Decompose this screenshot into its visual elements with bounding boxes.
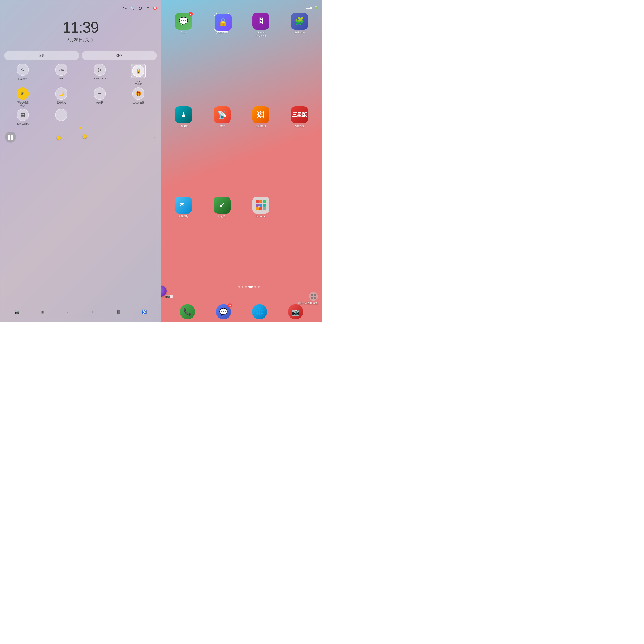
app-samsung-health[interactable]: ♟ 三星健康 [165,106,202,192]
scan-nav-icon[interactable]: ⊞ [39,308,46,316]
accessibility-nav-icon[interactable]: ♿ [140,308,148,316]
clock-time: 11:39 [4,19,157,36]
status-bar-right: ▂▄▆ 🔋 [165,4,318,13]
theme-icon: 🖼 [252,106,269,123]
new-msg-icon: ✉+ [175,197,192,214]
payment-icon: ✔ [214,197,231,214]
quick-share-label: 快速分享 [18,77,27,80]
camera-left-icon[interactable]: 📷 [165,294,170,299]
volume-dot [79,127,82,129]
power-icon[interactable]: ⏻ [138,6,143,11]
home-nav-icon[interactable]: ○ [89,308,97,316]
phone-icon: 📞 [180,304,195,319]
scan-left-icon[interactable]: ⊞ [170,294,173,299]
health-icon: ♟ [175,106,192,123]
smart-view-label: Smart View [94,77,106,80]
toggle-qr-code[interactable]: ▦ 扫描二维码 [4,109,41,125]
new-msg-label: 新建信息 [178,215,189,218]
apps-grid-button[interactable] [5,132,16,143]
weibo-icon: 📡 [214,106,231,123]
wechat-badge: ● [189,12,193,16]
right-panel: ▂▄▆ 🔋 💬 ● 微信 🔒 安全文件夹 🎛 SoundAssistant [161,0,322,322]
red-envelope-icon: 🎁 [132,87,144,100]
sound-assistant-label: SoundAssistant [256,31,266,37]
dock-messages[interactable]: 💬 24 [216,304,231,319]
search-icon[interactable]: 🔍 [130,6,135,11]
page-dot-5[interactable] [254,286,256,288]
page-dot-6[interactable] [258,286,260,288]
app-payment[interactable]: ✔ 收付款 [204,197,241,283]
eye-comfort-icon: ☀ [17,87,29,100]
toggle-secure-folder[interactable]: 🔒 安全文件夹 [120,64,157,86]
tab-device[interactable]: 设备 [4,51,79,60]
bottom-cam-row: 📷 ⊞ [165,291,318,302]
page-lines [223,287,235,287]
app-baidu-disk[interactable]: 三星版 百度网盘 [281,106,318,192]
volume-area [4,127,157,130]
chevron-down-icon[interactable]: ∨ [153,135,156,139]
signal-icon: ▂▄▆ [306,6,312,9]
toggle-dnd[interactable]: − 免打扰 [81,87,118,107]
app-samsung-folder[interactable]: Samsung [243,197,279,283]
app-weibo[interactable]: 📡 微博 [204,106,241,192]
tab-row: 设备 媒体 [4,51,157,60]
dex-label: DeX [59,77,63,80]
page-dot-3[interactable] [245,286,247,288]
dnd-icon: − [94,87,106,100]
new-badge: 新 [153,7,157,10]
sound-assistant-icon: 🎛 [252,13,269,30]
theme-label: 主题公园 [256,125,266,128]
dock-browser[interactable]: 🌐 [252,304,267,319]
battery-level: 15% [121,7,127,10]
toggle-dex[interactable]: DeX DeX [43,64,80,86]
game-plugin-icon: 🧩 [291,13,308,30]
page-dot-1[interactable] [238,286,240,288]
battery-icon: 🔋 [314,6,318,9]
qr-icon: ▦ [17,109,29,121]
red-envelope-label: 红包加速器 [133,101,144,104]
smart-view-icon: ▷ [94,64,106,76]
quick-share-icon: ↻ [17,64,29,76]
camera-nav-icon[interactable]: 📷 [13,308,21,316]
page-dot-4[interactable] [248,286,253,288]
back-nav-icon[interactable]: ‹ [64,308,72,316]
browser-icon: 🌐 [252,304,267,319]
messages-badge: 24 [228,303,232,308]
tab-media[interactable]: 媒体 [82,51,157,60]
toggle-quick-share[interactable]: ↻ 快速分享 [4,64,41,86]
app-wechat[interactable]: 💬 ● 微信 [165,13,202,102]
baidu-label: 百度网盘 [294,125,305,128]
dock-screenshot[interactable]: 📷 [288,304,303,319]
app-secure-folder[interactable]: 🔒 安全文件夹 [204,13,241,102]
add-icon: + [55,109,67,121]
samsung-folder-label: Samsung [255,215,266,218]
page-dot-2[interactable] [242,286,243,288]
toggle-red-envelope[interactable]: 🎁 红包加速器 [120,87,157,107]
toggle-smart-view[interactable]: ▷ Smart View [81,64,118,86]
dark-mode-label: 黑暗模式 [57,101,66,104]
weibo-label: 微博 [220,125,225,128]
toggle-eye-comfort[interactable]: ☀ 眼睛舒适度保护 [4,87,41,107]
secure-folder-icon: 🔒 [132,65,144,77]
app-game-plugin[interactable]: 🧩 游戏插件 [281,13,318,102]
brightness-row: ∨ [4,132,157,143]
status-icons: 🔍 ⏻ ⚙ 新 [130,6,157,11]
apps-right-btn[interactable] [309,292,318,301]
dex-icon: DeX [55,64,67,76]
settings-icon[interactable]: ⚙ [146,6,150,11]
app-theme-park[interactable]: 🖼 主题公园 [243,106,279,192]
secure-folder-icon: 🔒 [215,14,232,31]
app-grid: 💬 ● 微信 🔒 安全文件夹 🎛 SoundAssistant 🧩 游戏插件 [165,13,318,283]
app-sound-assistant[interactable]: 🎛 SoundAssistant [243,13,279,102]
toggle-dark-mode[interactable]: 🌙 黑暗模式 [43,87,80,107]
status-bar-left: 15% 🔍 ⏻ ⚙ 新 [4,4,157,12]
eye-comfort-label: 眼睛舒适度保护 [17,101,29,107]
app-new-message[interactable]: ✉+ 新建信息 [165,197,202,283]
qr-label: 扫描二维码 [17,122,29,125]
baidu-icon: 三星版 [291,106,308,123]
dock-phone[interactable]: 📞 [180,304,195,319]
secure-folder-label: 安全文件夹 [135,80,142,86]
dnd-label: 免打扰 [96,101,103,104]
toggle-add[interactable]: + [43,109,80,125]
recents-nav-icon[interactable]: ||| [115,308,122,316]
